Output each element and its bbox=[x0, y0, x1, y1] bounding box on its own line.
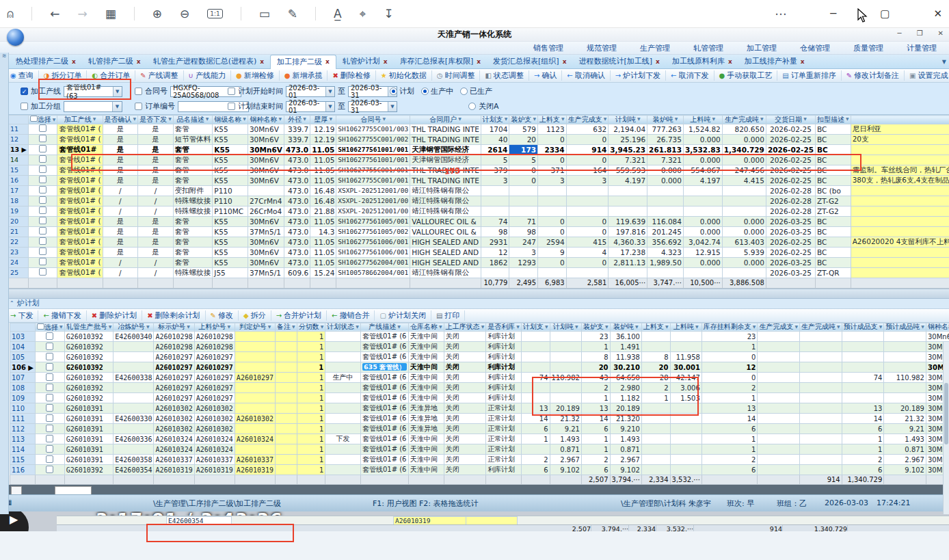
filter-funnel-icon[interactable]: ▼ bbox=[109, 324, 112, 329]
column-header[interactable]: 计划吨▼ bbox=[609, 116, 647, 124]
filter-funnel-icon[interactable]: ▼ bbox=[93, 116, 96, 121]
tab-close-icon[interactable]: x bbox=[260, 58, 264, 65]
tab-close-icon[interactable]: x bbox=[384, 58, 388, 65]
app-minimize-button[interactable]: ─ bbox=[898, 29, 902, 37]
text-select-icon[interactable]: ⌖ bbox=[360, 8, 366, 20]
table-row[interactable]: 17套管线01# (//变扣附件P110473.016.48XSXPL-2025… bbox=[9, 185, 949, 196]
column-header[interactable]: 生产完成支▼ bbox=[566, 116, 609, 124]
tab[interactable]: 轧管炉计划x bbox=[336, 55, 394, 68]
column-header[interactable]: 生产完成支▼ bbox=[758, 323, 800, 332]
table-row[interactable]: 105G26010392A26010297A260102971套管线01# (6… bbox=[10, 352, 949, 362]
toolbar-button[interactable]: ●新增检修 bbox=[231, 70, 280, 81]
filter-funnel-icon[interactable]: ▼ bbox=[921, 324, 924, 329]
tab-close-icon[interactable]: x bbox=[137, 58, 141, 65]
filter-funnel-icon[interactable]: ▼ bbox=[227, 324, 230, 329]
row-checkbox[interactable] bbox=[39, 196, 46, 204]
tab-close-icon[interactable]: x bbox=[72, 58, 76, 65]
row-checkbox[interactable] bbox=[46, 466, 53, 473]
collapse-icon[interactable]: ⌃ bbox=[10, 300, 14, 306]
table-row[interactable]: 112G26010391A26010302A260103021套管线01# (6… bbox=[10, 424, 949, 434]
close-button[interactable]: ✕ bbox=[933, 8, 942, 20]
tab[interactable]: 库存汇总报表[库权限]x bbox=[394, 55, 487, 68]
table-row[interactable]: 103G26010392E42600340A26010298A260102981… bbox=[10, 332, 949, 342]
tab-scroll-icon[interactable]: ▼ bbox=[942, 59, 949, 65]
row-checkbox[interactable] bbox=[39, 145, 46, 152]
column-header[interactable]: 装炉吨▼ bbox=[610, 323, 641, 332]
column-header[interactable]: 装炉吨▼ bbox=[647, 116, 684, 124]
row-checkbox[interactable] bbox=[46, 373, 53, 381]
filter-funnel-icon[interactable]: ▼ bbox=[635, 324, 639, 329]
column-header[interactable]: 备注▼ bbox=[276, 323, 297, 332]
toolbar-button[interactable]: ◆拆分 bbox=[239, 310, 271, 321]
radio-closed-a[interactable] bbox=[468, 103, 476, 110]
column-header[interactable]: 是否确认▼ bbox=[103, 116, 138, 124]
filter-funnel-icon[interactable]: ▼ bbox=[146, 324, 150, 329]
filter-funnel-icon[interactable]: ▼ bbox=[803, 116, 807, 121]
table-row[interactable]: 13 ▶套管线01#是是套管K5530Mn6V473.011.05SH10627… bbox=[9, 144, 949, 155]
row-checkbox[interactable] bbox=[46, 394, 53, 401]
minimize-button[interactable]: ─ bbox=[830, 8, 836, 20]
filter-funnel-icon[interactable]: ▼ bbox=[695, 324, 699, 329]
table-row[interactable]: 19套管线01# (//特殊螺纹接P110MC26CrMo4473.021.88… bbox=[9, 206, 949, 216]
filter-funnel-icon[interactable]: ▼ bbox=[665, 324, 669, 329]
filter-funnel-icon[interactable]: ▼ bbox=[321, 324, 324, 329]
end-to-date[interactable]: 2026-03-31▼ bbox=[348, 101, 397, 112]
table-row[interactable]: 16套管线01# (是是套管K5530Mn6V473.011.05SH10627… bbox=[9, 175, 949, 185]
menu-item[interactable]: 仓储管理 bbox=[800, 43, 830, 53]
toolbar-button[interactable]: ✖删除检修 bbox=[328, 70, 375, 81]
filter-funnel-icon[interactable]: ▼ bbox=[712, 116, 716, 121]
order-filter-checkbox[interactable] bbox=[135, 103, 142, 110]
column-header[interactable]: 装炉支▼ bbox=[509, 116, 538, 124]
row-checkbox[interactable] bbox=[39, 186, 46, 194]
column-header[interactable]: 壁厚▼ bbox=[310, 116, 336, 124]
more-menu-icon[interactable]: ⋯ bbox=[775, 8, 786, 20]
filter-funnel-icon[interactable]: ▼ bbox=[516, 324, 520, 329]
line-filter-checkbox[interactable] bbox=[21, 88, 28, 95]
menu-item[interactable]: 轧管管理 bbox=[693, 43, 723, 53]
filter-funnel-icon[interactable]: ▼ bbox=[187, 324, 190, 329]
toolbar-button[interactable]: ◉查询 bbox=[5, 70, 39, 81]
select-all-checkbox[interactable] bbox=[37, 323, 44, 330]
row-checkbox[interactable] bbox=[39, 135, 46, 142]
toolbar-button[interactable]: ✎修改计划备注 bbox=[842, 70, 905, 81]
toolbar-button[interactable]: ●手动获取工艺 bbox=[714, 70, 778, 81]
tab[interactable]: 进程数据统计[加工线]x bbox=[572, 55, 665, 68]
line-select[interactable]: 套管线01# (63▼ bbox=[64, 86, 122, 97]
column-header[interactable]: 钢种名称▼ bbox=[926, 323, 949, 332]
filter-funnel-icon[interactable]: ▼ bbox=[846, 116, 849, 121]
menu-item[interactable]: 生产管理 bbox=[640, 43, 670, 53]
tab[interactable]: 加工线原料利库x bbox=[666, 55, 738, 68]
column-header[interactable]: 产线描述▼ bbox=[360, 323, 408, 332]
table-row[interactable]: 106 ▶G26010392A26010297A260102971635 套管线… bbox=[10, 362, 949, 373]
column-header[interactable]: 计划支▼ bbox=[481, 116, 509, 124]
column-header[interactable]: 装炉支▼ bbox=[581, 323, 610, 332]
table-row[interactable]: 110G26010391A26010302A260103021套管线01# (6… bbox=[10, 403, 949, 414]
tab-close-icon[interactable]: x bbox=[801, 58, 805, 65]
column-header[interactable]: 是否利库▼ bbox=[486, 323, 522, 332]
filter-funnel-icon[interactable]: ▼ bbox=[383, 116, 386, 121]
tab[interactable]: 加工线排产补量x bbox=[738, 55, 811, 68]
row-checkbox[interactable] bbox=[39, 165, 46, 173]
row-checkbox[interactable] bbox=[46, 455, 53, 463]
filter-funnel-icon[interactable]: ▼ bbox=[168, 116, 172, 121]
row-checkbox[interactable] bbox=[46, 353, 53, 360]
toolbar-button[interactable]: ←取消下发 bbox=[666, 70, 714, 81]
toolbar-button[interactable]: ▤订单重新排序 bbox=[777, 70, 841, 81]
column-header[interactable]: 选择▼ bbox=[36, 323, 65, 332]
filter-funnel-icon[interactable]: ▼ bbox=[243, 116, 246, 121]
contract-filter-checkbox[interactable] bbox=[135, 88, 142, 95]
column-header[interactable]: 预计成品吨▼ bbox=[884, 323, 926, 332]
row-checkbox[interactable] bbox=[39, 155, 46, 163]
toolbar-button[interactable]: ★初始化数据 bbox=[376, 70, 432, 81]
toolbar-button[interactable]: →确认 bbox=[529, 70, 562, 81]
rotate-icon[interactable]: ▭ bbox=[259, 8, 270, 20]
toolbar-button[interactable]: ◑拆分订单 bbox=[39, 70, 88, 81]
row-checkbox[interactable] bbox=[46, 384, 53, 391]
column-header[interactable]: 上料吨▼ bbox=[683, 116, 722, 124]
grid-view-icon[interactable]: ▦ bbox=[105, 8, 116, 20]
toolbar-button[interactable]: ◧状态调整 bbox=[480, 70, 529, 81]
tab[interactable]: 发货汇总报表[组织]x bbox=[487, 55, 572, 68]
column-header[interactable]: 上料支▼ bbox=[641, 323, 670, 332]
toolbar-button[interactable]: →合并炉计划 bbox=[271, 310, 327, 321]
radio-selected[interactable] bbox=[421, 88, 429, 95]
